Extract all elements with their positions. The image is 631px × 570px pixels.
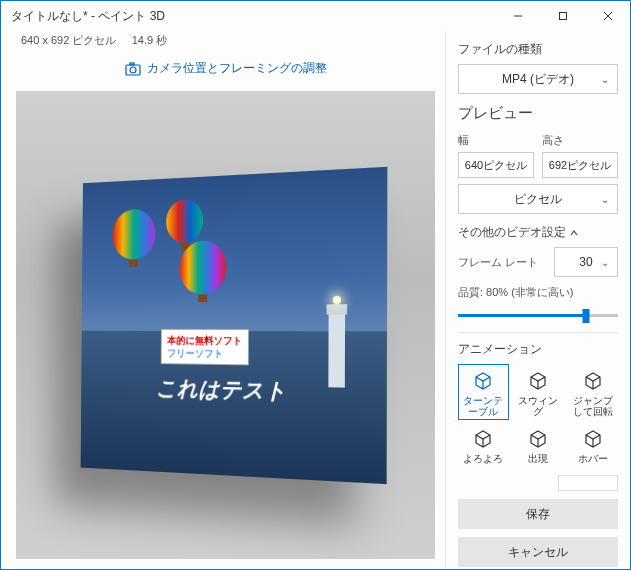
- app-window: タイトルなし* - ペイント 3D 640 x 692 ピクセル 14.9 秒: [0, 0, 631, 570]
- height-input[interactable]: 692ピクセル: [542, 152, 618, 178]
- chevron-down-icon: ⌄: [601, 74, 609, 85]
- cube-icon: [514, 427, 563, 451]
- cube-icon: [459, 369, 508, 393]
- anim-hover[interactable]: ホバー: [567, 422, 618, 467]
- cube-icon: [568, 369, 617, 393]
- window-title: タイトルなし* - ペイント 3D: [11, 8, 165, 25]
- chevron-down-icon: ⌄: [601, 194, 609, 205]
- preview-section-label: プレビュー: [458, 104, 618, 123]
- width-label: 幅: [458, 133, 534, 148]
- overlay-line1: 本的に無料ソフト: [167, 334, 242, 347]
- width-input[interactable]: 640ピクセル: [458, 152, 534, 178]
- camera-button-label: カメラ位置とフレーミングの調整: [147, 60, 327, 77]
- save-button[interactable]: 保存: [458, 499, 618, 529]
- divider: [458, 332, 618, 333]
- animation-grid: ターンテーブル スウィング ジャンプして回転 よろよろ 出現: [458, 364, 618, 467]
- anim-jump-rotate[interactable]: ジャンプして回転: [567, 364, 618, 420]
- svg-rect-6: [130, 63, 134, 65]
- cube-icon: [568, 427, 617, 451]
- cancel-button[interactable]: キャンセル: [458, 537, 618, 567]
- file-type-dropdown[interactable]: MP4 (ビデオ) ⌄: [458, 64, 618, 94]
- unit-dropdown[interactable]: ピクセル ⌄: [458, 184, 618, 214]
- titlebar: タイトルなし* - ペイント 3D: [1, 1, 630, 31]
- file-type-value: MP4 (ビデオ): [502, 71, 574, 88]
- canvas-3d: 本的に無料ソフト フリーソフト これはテスト: [80, 167, 387, 484]
- slider-thumb[interactable]: [583, 309, 590, 323]
- framerate-dropdown[interactable]: 30 ⌄: [554, 247, 618, 277]
- cube-icon: [514, 369, 563, 393]
- overlay-line2: フリーソフト: [167, 347, 242, 361]
- chevron-down-icon: ⌄: [601, 257, 609, 268]
- framerate-value: 30: [579, 255, 592, 269]
- left-pane: 640 x 692 ピクセル 14.9 秒 カメラ位置とフレーミングの調整: [1, 31, 445, 569]
- maximize-button[interactable]: [540, 1, 585, 31]
- file-type-label: ファイルの種類: [458, 41, 618, 58]
- svg-point-5: [130, 67, 136, 73]
- svg-rect-1: [559, 13, 566, 20]
- misc-field[interactable]: [558, 475, 618, 491]
- cube-icon: [459, 427, 508, 451]
- slider-fill: [458, 314, 586, 317]
- settings-panel: ファイルの種類 MP4 (ビデオ) ⌄ プレビュー 幅 高さ 640ピクセル: [445, 31, 630, 569]
- close-button[interactable]: [585, 1, 630, 31]
- content-area: 640 x 692 ピクセル 14.9 秒 カメラ位置とフレーミングの調整: [1, 31, 630, 569]
- anim-wobble[interactable]: よろよろ: [458, 422, 509, 467]
- height-label: 高さ: [542, 133, 618, 148]
- titlebar-buttons: [495, 1, 630, 31]
- anim-turntable[interactable]: ターンテーブル: [458, 364, 509, 420]
- quality-slider[interactable]: [458, 306, 618, 324]
- canvas-dimensions: 640 x 692 ピクセル: [21, 34, 116, 46]
- preview-viewport[interactable]: 本的に無料ソフト フリーソフト これはテスト: [16, 91, 435, 559]
- overlay-test-text: これはテスト: [155, 374, 286, 407]
- overlay-label-box: 本的に無料ソフト フリーソフト: [160, 329, 248, 365]
- minimize-button[interactable]: [495, 1, 540, 31]
- camera-framing-button[interactable]: カメラ位置とフレーミングの調整: [115, 56, 337, 81]
- quality-label: 品質: 80% (非常に高い): [458, 285, 618, 300]
- camera-icon: [125, 62, 141, 76]
- canvas-meta: 640 x 692 ピクセル 14.9 秒: [21, 33, 435, 48]
- chevron-up-icon: [570, 229, 578, 237]
- unit-value: ピクセル: [514, 191, 562, 208]
- anim-swing[interactable]: スウィング: [513, 364, 564, 420]
- anim-appear[interactable]: 出現: [513, 422, 564, 467]
- framerate-label: フレーム レート: [458, 255, 546, 270]
- canvas-duration: 14.9 秒: [132, 34, 167, 46]
- animation-label: アニメーション: [458, 341, 618, 358]
- other-video-settings-toggle[interactable]: その他のビデオ設定: [458, 224, 618, 241]
